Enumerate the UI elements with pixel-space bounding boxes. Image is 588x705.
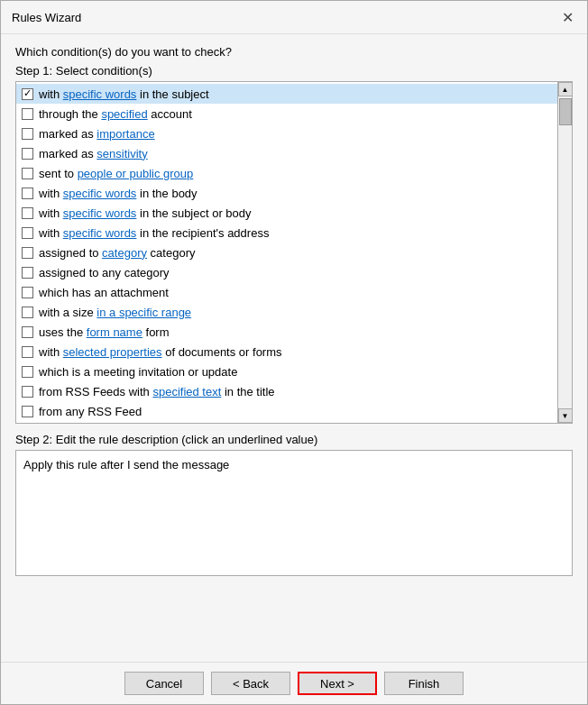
list-item[interactable]: with a size in a specific range (16, 302, 557, 322)
scroll-up-button[interactable]: ▲ (558, 82, 573, 96)
condition-checkbox[interactable] (22, 326, 33, 338)
condition-text: marked as importance (39, 127, 155, 141)
list-item[interactable]: with specific words in the subject or bo… (16, 203, 557, 223)
condition-checkbox[interactable] (22, 227, 33, 239)
condition-checkbox[interactable] (22, 307, 33, 318)
condition-text: with specific words in the recipient's a… (39, 226, 269, 240)
condition-link[interactable]: specified text (152, 385, 221, 398)
condition-link[interactable]: people or public group (78, 167, 194, 180)
condition-checkbox[interactable] (22, 267, 33, 279)
conditions-list-container: ✓with specific words in the subjectthrou… (15, 81, 573, 424)
list-item[interactable]: which has an attachment (16, 282, 557, 302)
list-item[interactable]: with specific words in the recipient's a… (16, 223, 557, 243)
condition-text: from any RSS Feed (39, 405, 142, 418)
dialog-footer: Cancel < Back Next > Finish (1, 662, 587, 704)
step1-label: Step 1: Select condition(s) (15, 64, 573, 78)
condition-checkbox[interactable] (22, 148, 33, 160)
conditions-list[interactable]: ✓with specific words in the subjectthrou… (16, 82, 557, 423)
finish-button[interactable]: Finish (384, 672, 464, 695)
condition-checkbox[interactable] (22, 128, 33, 140)
condition-checkbox[interactable] (22, 207, 33, 219)
condition-checkbox[interactable] (22, 247, 33, 259)
list-item[interactable]: sent to people or public group (16, 163, 557, 183)
scrollbar: ▲ ▼ (557, 82, 572, 423)
condition-text: sent to people or public group (39, 167, 193, 180)
condition-checkbox[interactable] (22, 287, 33, 298)
title-bar: Rules Wizard ✕ (1, 1, 587, 34)
list-item[interactable]: through the specified account (16, 104, 557, 124)
dialog-body: Which condition(s) do you want to check?… (1, 34, 587, 662)
list-item[interactable]: ✓with specific words in the subject (16, 84, 557, 104)
condition-checkbox[interactable] (22, 168, 33, 179)
rule-description: Apply this rule after I send the message (15, 450, 573, 576)
condition-text: from RSS Feeds with specified text in th… (39, 385, 275, 398)
condition-link[interactable]: importance (96, 127, 154, 141)
condition-checkbox[interactable] (22, 188, 33, 199)
list-item[interactable]: marked as importance (16, 124, 557, 143)
back-button[interactable]: < Back (211, 672, 290, 695)
condition-text: assigned to any category (39, 266, 170, 279)
condition-text: uses the form name form (39, 325, 170, 339)
scroll-down-button[interactable]: ▼ (558, 408, 573, 423)
condition-checkbox[interactable] (22, 406, 33, 417)
rules-wizard-dialog: Rules Wizard ✕ Which condition(s) do you… (0, 0, 588, 705)
condition-text: assigned to category category (39, 246, 195, 260)
condition-text: which is a meeting invitation or update (39, 365, 237, 379)
next-button[interactable]: Next > (298, 672, 377, 695)
condition-link[interactable]: specific words (63, 226, 137, 240)
condition-text: which has an attachment (39, 286, 169, 299)
condition-link[interactable]: specific words (63, 206, 137, 220)
condition-link[interactable]: specific words (63, 87, 137, 101)
list-item[interactable]: uses the form name form (16, 322, 557, 342)
condition-link[interactable]: specified (101, 107, 147, 121)
condition-text: through the specified account (39, 107, 192, 121)
cancel-button[interactable]: Cancel (124, 672, 204, 695)
step2-label: Step 2: Edit the rule description (click… (15, 433, 573, 446)
condition-link[interactable]: category (102, 246, 147, 260)
scroll-thumb[interactable] (559, 98, 572, 125)
condition-checkbox[interactable] (22, 366, 33, 378)
list-item[interactable]: with selected properties of documents or… (16, 342, 557, 362)
condition-text: with specific words in the subject or bo… (39, 206, 252, 220)
question-label: Which condition(s) do you want to check? (15, 45, 573, 59)
condition-link[interactable]: form name (87, 325, 142, 339)
condition-link[interactable]: sensitivity (96, 147, 147, 160)
condition-link[interactable]: in a specific range (96, 306, 191, 319)
list-item[interactable]: which is a meeting invitation or update (16, 362, 557, 381)
condition-checkbox[interactable] (22, 108, 33, 120)
close-button[interactable]: ✕ (558, 8, 576, 26)
list-item[interactable]: of the specific form type (16, 421, 557, 423)
condition-text: with selected properties of documents or… (39, 345, 282, 359)
condition-checkbox[interactable] (22, 346, 33, 358)
condition-checkbox[interactable] (22, 386, 33, 398)
condition-checkbox[interactable]: ✓ (22, 88, 33, 100)
condition-text: with specific words in the body (39, 187, 198, 200)
list-item[interactable]: assigned to category category (16, 243, 557, 262)
condition-text: marked as sensitivity (39, 147, 148, 160)
list-item[interactable]: from any RSS Feed (16, 401, 557, 421)
list-item[interactable]: marked as sensitivity (16, 143, 557, 163)
list-item[interactable]: from RSS Feeds with specified text in th… (16, 381, 557, 401)
rule-description-text: Apply this rule after I send the message (23, 458, 229, 472)
condition-text: with specific words in the subject (39, 87, 209, 101)
list-item[interactable]: assigned to any category (16, 262, 557, 282)
dialog-title: Rules Wizard (12, 11, 81, 24)
condition-link[interactable]: specific words (63, 187, 137, 200)
list-item[interactable]: with specific words in the body (16, 183, 557, 203)
condition-link[interactable]: selected properties (63, 345, 162, 359)
condition-text: with a size in a specific range (39, 306, 191, 319)
